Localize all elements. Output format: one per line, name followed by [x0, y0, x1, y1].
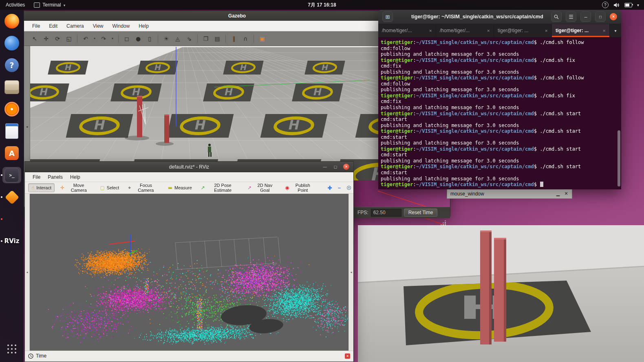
hamburger-menu-icon[interactable]: ☰ [566, 11, 576, 22]
dock-item-hidden-app[interactable] [2, 211, 21, 227]
view-sphere-icon[interactable]: ☉ [344, 183, 353, 192]
terminal-content[interactable]: tiger@tiger:~/VISIM_single/catkin_ws/src… [378, 37, 621, 189]
minimize-icon[interactable] [322, 164, 328, 170]
mouse-window-titlebar[interactable]: mouse_window [447, 189, 572, 199]
redo-history-icon[interactable]: ▾ [110, 34, 115, 44]
dock-item-thunderbird[interactable] [2, 35, 21, 51]
paste-icon[interactable]: ▤ [212, 34, 222, 44]
tab-close-icon[interactable] [429, 28, 432, 33]
app-menu[interactable]: Terminal [31, 0, 68, 10]
screenshot-icon[interactable]: ▣ [257, 34, 267, 44]
terminal-scrollbar[interactable] [618, 130, 620, 186]
prompt-separator: : [413, 57, 416, 63]
add-tool-icon[interactable]: ✚ [326, 183, 334, 192]
undo-icon[interactable]: ↶ [81, 34, 90, 44]
rviz-menu-help[interactable]: Help [66, 174, 84, 180]
battery-icon[interactable] [624, 3, 632, 7]
redo-icon[interactable]: ↷ [99, 34, 108, 44]
dock-item-gazebo[interactable] [2, 189, 21, 205]
copy-icon[interactable]: ❐ [201, 34, 211, 44]
terminal-tab-3[interactable]: tiger@tiger: ... [494, 24, 552, 37]
time-panel-close-icon[interactable] [345, 353, 350, 359]
resize-grip[interactable] [440, 220, 446, 226]
rviz-menu-panels[interactable]: Panels [44, 174, 66, 180]
remove-tool-icon[interactable]: − [336, 183, 343, 192]
tool-measure[interactable]: ▬Measure [165, 183, 195, 192]
tab-list-chevron-icon[interactable] [610, 24, 621, 37]
tool-publish-point[interactable]: ◉Publish Point [282, 183, 318, 192]
point-light-icon[interactable]: ☀ [161, 34, 171, 44]
maximize-icon[interactable] [333, 164, 338, 170]
terminal-tab-4[interactable]: tiger@tiger: ... [552, 24, 610, 37]
terminal-line: tiger@tiger:~/VISIM_single/catkin_ws/src… [381, 146, 621, 152]
gazebo-menu-camera[interactable]: Camera [62, 23, 88, 29]
dock-item-help[interactable]: ? [2, 57, 21, 73]
dock-item-rviz[interactable]: RViz [2, 233, 21, 249]
tool-2d-pose-estimate[interactable]: ↗2D Pose Estimate [198, 183, 242, 192]
gazebo-menu-file[interactable]: File [28, 23, 44, 29]
help-indicator-icon[interactable]: ? [602, 2, 609, 8]
tab-close-icon[interactable] [487, 28, 490, 33]
software-icon: A [5, 146, 19, 160]
search-icon[interactable] [551, 11, 562, 22]
dock-item-apps[interactable] [2, 341, 21, 357]
close-icon[interactable] [343, 164, 349, 170]
dock-item-writer[interactable] [2, 123, 21, 139]
close-icon[interactable] [562, 190, 570, 197]
directional-light-icon[interactable]: ⇘ [184, 34, 194, 44]
terminal-tab-1[interactable]: /home/tiger/... [378, 24, 436, 37]
snap-icon[interactable]: ∩ [240, 34, 250, 44]
maximize-icon[interactable] [595, 11, 606, 22]
dock-item-software[interactable]: A [2, 145, 21, 161]
tool-move-camera[interactable]: ✛Move Camera [57, 183, 94, 192]
rviz-left-panel-handle[interactable] [25, 194, 30, 351]
rviz-titlebar[interactable]: default.rviz* - RViz [25, 162, 353, 172]
rviz-3d-viewport[interactable] [30, 194, 348, 351]
gazebo-menu-view[interactable]: View [89, 23, 108, 29]
gazebo-menu-edit[interactable]: Edit [45, 23, 62, 29]
prompt-path: ~/VISIM_single/catkin_ws/src/captain/cmd [416, 93, 534, 99]
align-icon[interactable]: ∥ [229, 34, 239, 44]
volume-icon[interactable] [613, 2, 620, 8]
tab-close-icon[interactable] [545, 28, 548, 33]
reset-time-button[interactable]: Reset Time [404, 208, 438, 217]
gazebo-menu-help[interactable]: Help [135, 23, 153, 29]
close-icon[interactable] [610, 13, 617, 20]
mouse-window-view[interactable] [358, 225, 644, 362]
dock-item-terminal[interactable]: >_ [2, 167, 21, 183]
minimize-icon[interactable] [580, 11, 591, 22]
tool-2d-nav-goal[interactable]: ↗2D Nav Goal [244, 183, 279, 192]
prompt-user: tiger@tiger [381, 93, 413, 99]
terminal-tab-2[interactable]: /home/tiger/... [436, 24, 494, 37]
tool-interact[interactable]: ☝Interact [28, 183, 55, 192]
tool-focus-camera[interactable]: ⌖Focus Camera [125, 183, 162, 192]
translate-icon[interactable]: ✛ [41, 34, 51, 44]
rviz-menu-file[interactable]: File [29, 174, 44, 180]
rviz-right-panel-handle[interactable] [348, 194, 353, 351]
dock-item-files[interactable] [2, 79, 21, 95]
chevron-down-icon[interactable] [637, 2, 639, 8]
tool-select[interactable]: ▢Select [97, 183, 122, 192]
dock: ?A>_RViz [0, 10, 24, 362]
terminal-headerbar[interactable]: tiger@tiger: ~/VISIM_single/catkin_ws/sr… [378, 10, 621, 24]
rotate-icon[interactable]: ⟳ [53, 34, 62, 44]
insert-box-icon[interactable]: ◻ [122, 34, 132, 44]
terminal-app-icon[interactable] [382, 11, 393, 22]
select-arrow-icon[interactable]: ↖ [30, 34, 40, 44]
tool-label: Publish Point [291, 183, 314, 193]
dock-item-rhythmbox[interactable] [2, 101, 21, 117]
clock[interactable]: 7月 17 16:18 [308, 2, 336, 9]
dock-item-firefox[interactable] [2, 13, 21, 29]
output-text: cmd:fix [381, 99, 401, 104]
tab-close-icon[interactable] [602, 28, 606, 33]
insert-cylinder-icon[interactable]: ▯ [145, 34, 154, 44]
activities-button[interactable]: Activities [0, 0, 31, 10]
command-text: ./cmd.sh fix [537, 57, 575, 63]
scale-icon[interactable]: ◱ [64, 34, 74, 44]
undo-history-icon[interactable]: ▾ [92, 34, 97, 44]
minimize-icon[interactable] [554, 190, 562, 197]
spot-light-icon[interactable]: ◬ [173, 34, 183, 44]
insert-sphere-icon[interactable]: ● [133, 34, 143, 44]
gazebo-menu-window[interactable]: Window [108, 23, 134, 29]
gazebo-icon [4, 190, 19, 204]
